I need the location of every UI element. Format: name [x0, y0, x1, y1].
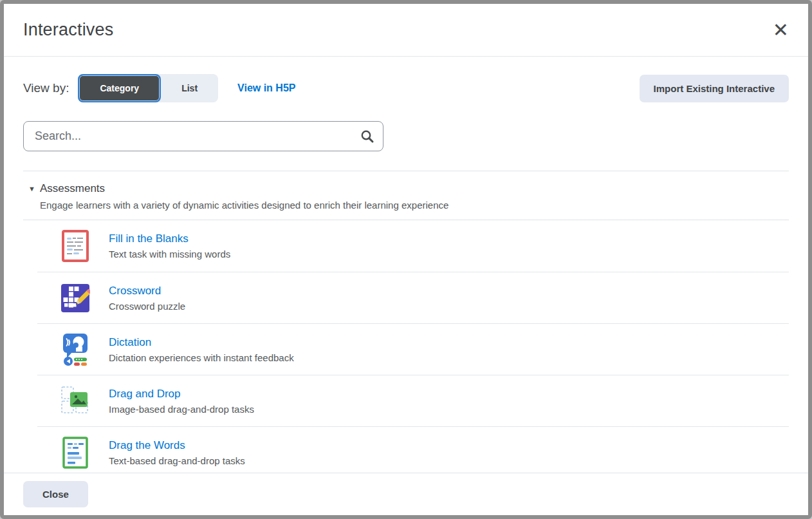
- view-by-category-button[interactable]: Category: [78, 74, 161, 102]
- item-title-link[interactable]: Drag and Drop: [109, 388, 254, 401]
- crossword-icon: [60, 283, 90, 313]
- view-by-list-button[interactable]: List: [161, 74, 218, 102]
- toolbar: View by: Category List View in H5P Impor…: [23, 73, 789, 103]
- view-by-segmented-control: Category List: [78, 74, 218, 102]
- list-item: Crossword Crossword puzzle: [37, 272, 789, 323]
- section-title: Assessments: [40, 182, 105, 195]
- close-button[interactable]: Close: [23, 481, 88, 507]
- section-description: Engage learners with a variety of dynami…: [40, 200, 789, 211]
- search-bar: [23, 121, 383, 151]
- assessments-section-header: ▼ Assessments Engage learners with a var…: [23, 171, 789, 220]
- drag-the-words-icon: [60, 437, 90, 469]
- assessments-section-toggle[interactable]: ▼ Assessments: [23, 182, 789, 195]
- list-item: Drag the Words Text-based drag-and-drop …: [37, 426, 789, 473]
- item-description: Crossword puzzle: [109, 301, 185, 312]
- import-existing-interactive-button[interactable]: Import Existing Interactive: [640, 75, 789, 102]
- item-description: Text-based drag-and-drop tasks: [109, 455, 245, 466]
- item-title-link[interactable]: Crossword: [109, 285, 185, 297]
- interactives-list: Fill in the Blanks Text task with missin…: [23, 220, 789, 473]
- item-title-link[interactable]: Dictation: [109, 336, 294, 349]
- item-title-link[interactable]: Drag the Words: [109, 439, 245, 452]
- item-description: Text task with missing words: [109, 249, 230, 260]
- modal-content: View by: Category List View in H5P Impor…: [4, 57, 808, 473]
- view-in-h5p-link[interactable]: View in H5P: [237, 82, 295, 94]
- fill-in-the-blanks-icon: [60, 230, 90, 262]
- modal-header: Interactives ✕: [4, 4, 808, 57]
- search-icon[interactable]: [356, 126, 378, 147]
- item-description: Image-based drag-and-drop tasks: [109, 404, 254, 415]
- drag-and-drop-icon: [60, 385, 90, 417]
- list-item: Dictation Dictation experiences with ins…: [37, 323, 789, 375]
- close-icon[interactable]: ✕: [773, 21, 789, 40]
- view-by-label: View by:: [23, 81, 69, 95]
- item-title-link[interactable]: Fill in the Blanks: [109, 232, 230, 245]
- chevron-down-icon: ▼: [28, 185, 40, 193]
- modal-footer: Close: [4, 473, 808, 515]
- list-item: Drag and Drop Image-based drag-and-drop …: [37, 375, 789, 426]
- interactives-modal: Interactives ✕ View by: Category List Vi…: [0, 0, 812, 519]
- page-title: Interactives: [23, 20, 113, 40]
- dictation-icon: [60, 332, 90, 367]
- item-description: Dictation experiences with instant feedb…: [109, 352, 294, 363]
- list-item: Fill in the Blanks Text task with missin…: [23, 220, 789, 272]
- search-input[interactable]: [23, 121, 383, 151]
